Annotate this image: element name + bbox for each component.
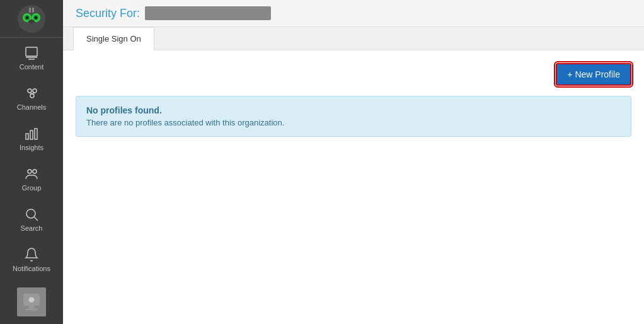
- svg-rect-8: [29, 8, 31, 13]
- new-profile-button[interactable]: + New Profile: [556, 63, 631, 86]
- alert-message: There are no profiles associated with th…: [86, 118, 621, 127]
- svg-point-7: [28, 20, 35, 23]
- main-content: Security For: Single Sign On + New Profi…: [63, 0, 644, 324]
- sidebar-item-content[interactable]: Content: [0, 38, 63, 78]
- svg-point-14: [33, 89, 37, 93]
- sidebar-item-insights-label: Insights: [20, 144, 43, 151]
- content-icon: [24, 45, 39, 61]
- tabs-bar: Single Sign On: [63, 27, 644, 50]
- notifications-icon: [24, 247, 39, 262]
- svg-point-28: [29, 297, 35, 303]
- svg-rect-20: [35, 129, 37, 139]
- svg-point-23: [26, 209, 35, 218]
- user-avatar-item[interactable]: [0, 280, 63, 324]
- sidebar-item-notifications[interactable]: Notifications: [0, 240, 63, 280]
- logo[interactable]: [0, 0, 63, 38]
- sidebar-item-channels-label: Channels: [17, 103, 46, 111]
- title-redacted: [145, 6, 271, 20]
- sidebar-item-content-label: Content: [20, 63, 44, 71]
- alert-title: No profiles found.: [86, 105, 621, 115]
- sidebar-item-search[interactable]: Search: [0, 199, 63, 240]
- toolbar: + New Profile: [76, 63, 631, 86]
- svg-rect-27: [25, 308, 37, 310]
- svg-line-24: [35, 217, 38, 221]
- svg-point-13: [28, 89, 32, 93]
- content-area: + New Profile No profiles found. There a…: [63, 50, 644, 324]
- svg-rect-26: [29, 306, 35, 308]
- tab-single-sign-on[interactable]: Single Sign On: [73, 27, 154, 50]
- group-icon: [24, 166, 39, 182]
- svg-line-16: [30, 93, 32, 94]
- svg-rect-19: [30, 130, 33, 139]
- sidebar: Content Channels Insights Group: [0, 0, 63, 324]
- sidebar-item-insights[interactable]: Insights: [0, 119, 63, 159]
- sidebar-item-notifications-label: Notifications: [13, 265, 50, 272]
- insights-icon: [24, 126, 39, 141]
- app-logo-icon: [17, 4, 46, 33]
- page-title: Security For:: [76, 6, 271, 20]
- header-bar: Security For:: [63, 0, 644, 27]
- svg-rect-9: [32, 8, 34, 13]
- sidebar-item-search-label: Search: [21, 224, 43, 232]
- sidebar-item-group-label: Group: [22, 184, 42, 192]
- tab-single-sign-on-label: Single Sign On: [86, 34, 141, 43]
- title-prefix: Security For:: [76, 7, 140, 20]
- svg-point-0: [18, 5, 45, 33]
- sidebar-item-channels[interactable]: Channels: [0, 78, 63, 119]
- svg-point-5: [26, 16, 28, 19]
- channels-icon: [24, 86, 39, 101]
- sidebar-bottom: [0, 280, 63, 324]
- svg-line-17: [32, 93, 35, 94]
- avatar-icon: [19, 289, 44, 315]
- avatar: [17, 287, 46, 316]
- svg-point-6: [35, 16, 37, 19]
- sidebar-item-group[interactable]: Group: [0, 159, 63, 199]
- search-icon: [24, 207, 39, 222]
- svg-rect-18: [26, 134, 28, 139]
- svg-point-15: [30, 94, 34, 98]
- svg-point-22: [33, 170, 37, 173]
- svg-rect-10: [26, 47, 37, 56]
- svg-point-21: [28, 170, 32, 173]
- no-profiles-alert: No profiles found. There are no profiles…: [76, 96, 631, 137]
